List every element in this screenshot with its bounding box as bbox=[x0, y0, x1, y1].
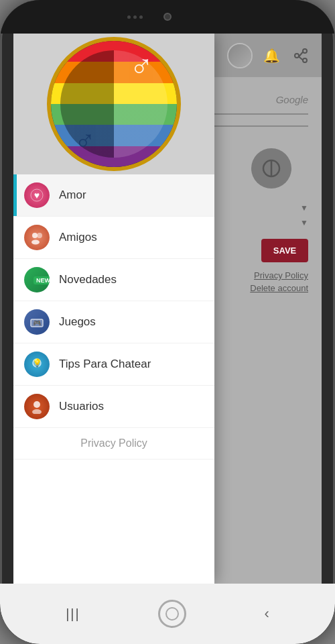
svg-point-2 bbox=[303, 58, 307, 62]
menu-item-amigos[interactable]: Amigos bbox=[13, 217, 214, 259]
svg-point-18 bbox=[32, 409, 42, 414]
amigos-label: Amigos bbox=[59, 231, 97, 244]
menu-list: ♥ Amor Amigos bbox=[13, 174, 214, 584]
novedades-label: Novedades bbox=[59, 273, 117, 286]
new-badge: NEW bbox=[34, 276, 50, 284]
notification-icon[interactable]: 🔔 bbox=[261, 45, 282, 66]
svg-point-10 bbox=[32, 233, 38, 238]
svg-line-3 bbox=[299, 52, 303, 56]
amigos-icon bbox=[24, 225, 50, 250]
menu-nav-button[interactable]: ||| bbox=[66, 606, 80, 622]
menu-item-amor[interactable]: ♥ Amor bbox=[13, 174, 214, 217]
menu-item-usuarios[interactable]: Usuarios bbox=[13, 386, 214, 428]
delete-account-link[interactable]: Delete account bbox=[250, 283, 308, 293]
svg-point-17 bbox=[34, 401, 40, 408]
save-button[interactable]: SAVE bbox=[261, 239, 308, 262]
dropdown-row-2: ▼ bbox=[300, 218, 308, 227]
dropdown-row-1: ▼ bbox=[300, 203, 308, 213]
dropdowns: ▼ ▼ bbox=[300, 203, 308, 227]
app-logo: ♂ ♂ bbox=[47, 37, 181, 171]
svg-text:♥: ♥ bbox=[34, 190, 40, 201]
menu-item-novedades[interactable]: NEW Novedades bbox=[13, 259, 214, 301]
svg-text:🎮: 🎮 bbox=[33, 319, 42, 327]
svg-text:💡: 💡 bbox=[32, 358, 42, 368]
yin-yang-overlay bbox=[51, 41, 177, 167]
juegos-label: Juegos bbox=[59, 315, 96, 329]
home-inner-circle bbox=[165, 607, 179, 621]
dropdown-arrow-2: ▼ bbox=[300, 218, 308, 227]
menu-item-privacy[interactable]: Privacy Policy bbox=[13, 428, 214, 460]
menu-lines-icon: ||| bbox=[66, 606, 80, 622]
privacy-policy-link[interactable]: Privacy Policy bbox=[254, 270, 308, 280]
mars-symbol-top: ♂ bbox=[129, 48, 153, 85]
menu-item-tips[interactable]: 💡 Tips Para Chatear bbox=[13, 343, 214, 386]
side-drawer: ♂ ♂ ♥ Amor bbox=[13, 34, 214, 584]
tips-icon: 💡 bbox=[24, 352, 50, 377]
input-line-2 bbox=[201, 125, 308, 127]
usuarios-label: Usuarios bbox=[59, 400, 104, 413]
input-line-1 bbox=[201, 113, 308, 115]
menu-item-juegos[interactable]: 🎮 Juegos bbox=[13, 301, 214, 343]
novedades-icon: NEW bbox=[24, 267, 50, 292]
share-icon[interactable] bbox=[290, 45, 312, 66]
phone-top-bar bbox=[0, 0, 335, 34]
svg-line-4 bbox=[299, 56, 303, 60]
active-indicator bbox=[13, 174, 17, 216]
juegos-icon: 🎮 bbox=[24, 309, 50, 335]
usuarios-icon bbox=[24, 394, 50, 419]
home-circle bbox=[158, 600, 186, 628]
home-nav-button[interactable] bbox=[158, 600, 186, 628]
svg-point-12 bbox=[31, 240, 40, 245]
dropdown-arrow-1: ▼ bbox=[300, 203, 308, 213]
privacy-label: Privacy Policy bbox=[80, 437, 147, 449]
amor-label: Amor bbox=[59, 189, 86, 202]
svg-point-0 bbox=[303, 49, 307, 53]
screen: 🔔 Google bbox=[13, 34, 322, 584]
avatar[interactable] bbox=[227, 43, 253, 68]
svg-point-11 bbox=[37, 233, 42, 238]
google-label: Google bbox=[276, 94, 308, 105]
phone-frame: 🔔 Google bbox=[0, 0, 335, 644]
amor-icon: ♥ bbox=[24, 182, 50, 208]
front-camera bbox=[163, 13, 172, 21]
phone-bottom-bar: ||| ‹ bbox=[0, 584, 335, 644]
mars-symbol-bottom: ♂ bbox=[74, 125, 96, 157]
svg-point-1 bbox=[295, 54, 299, 58]
back-arrow-icon: ‹ bbox=[264, 605, 269, 623]
tips-label: Tips Para Chatear bbox=[59, 358, 151, 371]
speaker bbox=[127, 15, 143, 19]
back-nav-button[interactable]: ‹ bbox=[264, 605, 269, 623]
drawer-logo: ♂ ♂ bbox=[13, 34, 214, 174]
circle-icon bbox=[251, 148, 291, 189]
